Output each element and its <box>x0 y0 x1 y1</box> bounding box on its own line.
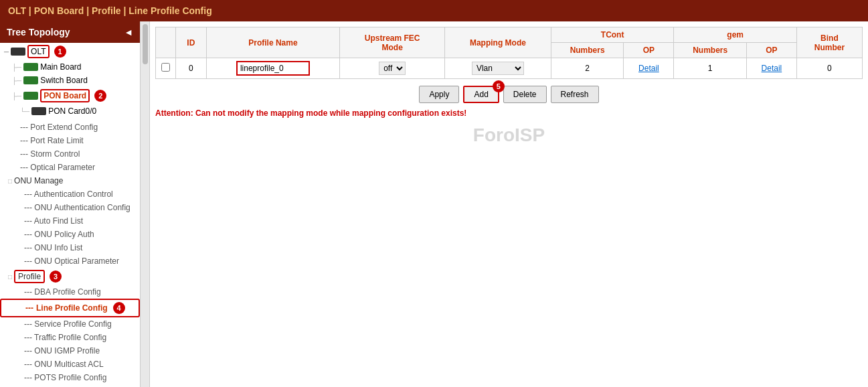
watermark: ForoISP <box>155 125 863 146</box>
scrollbar-thumb[interactable] <box>143 24 148 64</box>
th-tcont-op: OP <box>624 43 674 58</box>
menu-onu-igmp[interactable]: --- ONU IGMP Profile <box>0 344 140 358</box>
menu-auth-control[interactable]: --- Authentication Control <box>0 187 140 201</box>
sidebar-item-pon-board[interactable]: ├─ PON Board 2 <box>0 87 140 104</box>
mapping-mode-select[interactable]: Vlan Gem Port Flow <box>472 62 524 75</box>
olt-icon <box>11 48 25 56</box>
pon-card-icon <box>31 107 46 115</box>
badge-2: 2 <box>94 90 106 102</box>
menu-agent-profile[interactable]: --- Agent Profile Config <box>0 384 140 387</box>
badge-1: 1 <box>54 46 66 58</box>
menu-storm-control[interactable]: --- Storm Control <box>0 147 140 161</box>
th-tcont: TCont <box>551 27 674 43</box>
add-button[interactable]: Add 5 <box>463 86 499 103</box>
th-gem-op: OP <box>746 43 796 58</box>
row-tcont-numbers: 2 <box>551 58 624 79</box>
apply-button[interactable]: Apply <box>419 86 459 103</box>
switch-board-icon <box>23 76 38 84</box>
main-board-label[interactable]: Main Board <box>40 62 81 72</box>
menu-onu-policy[interactable]: --- ONU Policy Auth <box>0 228 140 241</box>
main-board-icon <box>23 63 38 71</box>
row-tcont-op[interactable]: Detail <box>624 58 674 79</box>
pon-board-label[interactable]: PON Board <box>40 89 90 102</box>
sidebar-header: Tree Topology ◄ <box>0 21 140 43</box>
sidebar: Tree Topology ◄ ─ OLT 1 ├─ Main Board ├─… <box>0 21 141 387</box>
th-gem: gem <box>674 27 797 43</box>
sidebar-title: Tree Topology <box>7 27 70 37</box>
row-check-input[interactable] <box>161 63 170 72</box>
upstream-fec-select[interactable]: off on <box>379 62 406 75</box>
tree-line-2: ├─ <box>12 77 21 84</box>
menu-line-profile[interactable]: --- Line Profile Config 4 <box>0 299 140 317</box>
menu-auto-find[interactable]: --- Auto Find List <box>0 214 140 228</box>
menu-onu-optical[interactable]: --- ONU Optical Parameter <box>0 254 140 268</box>
button-row: Apply Add 5 Delete Refresh <box>155 86 863 103</box>
sidebar-item-main-board[interactable]: ├─ Main Board <box>0 60 140 74</box>
row-upstream-fec[interactable]: off on <box>340 58 445 79</box>
row-checkbox[interactable] <box>156 58 176 79</box>
sidebar-item-pon-card[interactable]: └─ PON Card0/0 <box>0 104 140 118</box>
menu-traffic-profile[interactable]: --- Traffic Profile Config <box>0 331 140 344</box>
profile-table: ID Profile Name Upstream FECMode Mapping… <box>155 27 863 79</box>
menu-optical-param[interactable]: --- Optical Parameter <box>0 161 140 174</box>
delete-button[interactable]: Delete <box>503 86 547 103</box>
menu-dba-profile[interactable]: --- DBA Profile Config <box>0 285 140 299</box>
menu-onu-multicast[interactable]: --- ONU Multicast ACL <box>0 358 140 371</box>
onu-manage-label: ONU Manage <box>14 176 63 185</box>
profile-expand: □ <box>8 273 12 281</box>
badge-4: 4 <box>113 302 125 314</box>
profile-section[interactable]: □ Profile 3 <box>0 268 140 285</box>
menu-service-profile[interactable]: --- Service Profile Config <box>0 317 140 331</box>
row-bind-number: 0 <box>796 58 862 79</box>
breadcrumb: OLT | PON Board | Profile | Line Profile… <box>8 5 212 16</box>
onu-manage-section[interactable]: □ ONU Manage <box>0 174 140 187</box>
row-profile-name[interactable] <box>206 58 340 79</box>
pon-board-icon <box>23 92 38 100</box>
tcont-detail-link[interactable]: Detail <box>638 64 659 73</box>
content-area: ID Profile Name Upstream FECMode Mapping… <box>150 21 868 387</box>
th-id: ID <box>176 27 207 58</box>
profile-label[interactable]: Profile <box>14 270 45 283</box>
tree-line-1: ├─ <box>12 64 21 71</box>
attention-text: Attention: Can not modify the mapping mo… <box>155 108 863 118</box>
sidebar-scrollbar[interactable] <box>141 21 150 387</box>
attention-message: Can not modify the mapping mode while ma… <box>195 108 466 118</box>
menu-onu-auth[interactable]: --- ONU Authentication Config <box>0 201 140 214</box>
tree-line-4: └─ <box>20 108 29 115</box>
th-checkbox <box>156 27 176 58</box>
refresh-button[interactable]: Refresh <box>551 86 599 103</box>
badge-5: 5 <box>493 80 505 92</box>
gem-detail-link[interactable]: Detail <box>762 64 782 73</box>
sidebar-item-olt[interactable]: ─ OLT 1 <box>0 43 140 60</box>
menu-port-extend[interactable]: --- Port Extend Config <box>0 121 140 134</box>
th-gem-numbers: Numbers <box>674 43 747 58</box>
row-mapping-mode[interactable]: Vlan Gem Port Flow <box>445 58 551 79</box>
th-tcont-numbers: Numbers <box>551 43 624 58</box>
switch-board-label[interactable]: Switch Board <box>40 76 88 85</box>
th-mapping-mode: Mapping Mode <box>445 27 551 58</box>
row-id: 0 <box>176 58 207 79</box>
row-gem-op[interactable]: Detail <box>746 58 796 79</box>
pon-card-label[interactable]: PON Card0/0 <box>48 106 96 116</box>
th-upstream-fec: Upstream FECMode <box>340 27 445 58</box>
menu-port-rate[interactable]: --- Port Rate Limit <box>0 134 140 147</box>
onu-manage-expand: □ <box>8 177 12 185</box>
th-profile-name: Profile Name <box>206 27 340 58</box>
sidebar-item-switch-board[interactable]: ├─ Switch Board <box>0 74 140 87</box>
badge-3: 3 <box>50 270 62 283</box>
menu-onu-info[interactable]: --- ONU Info List <box>0 241 140 254</box>
minus-icon: ─ <box>4 48 9 56</box>
table-row: 0 off on Vlan <box>156 58 863 79</box>
row-gem-numbers: 1 <box>674 58 747 79</box>
tree-line-3: ├─ <box>12 92 21 100</box>
menu-pots-profile[interactable]: --- POTS Profile Config <box>0 371 140 384</box>
olt-label[interactable]: OLT <box>27 45 49 58</box>
collapse-icon[interactable]: ◄ <box>124 27 133 37</box>
profile-name-input[interactable] <box>236 61 310 76</box>
attention-prefix: Attention: <box>155 108 193 118</box>
content-inner: ID Profile Name Upstream FECMode Mapping… <box>150 21 868 387</box>
th-bind-number: BindNumber <box>796 27 862 58</box>
top-bar: OLT | PON Board | Profile | Line Profile… <box>0 0 868 21</box>
